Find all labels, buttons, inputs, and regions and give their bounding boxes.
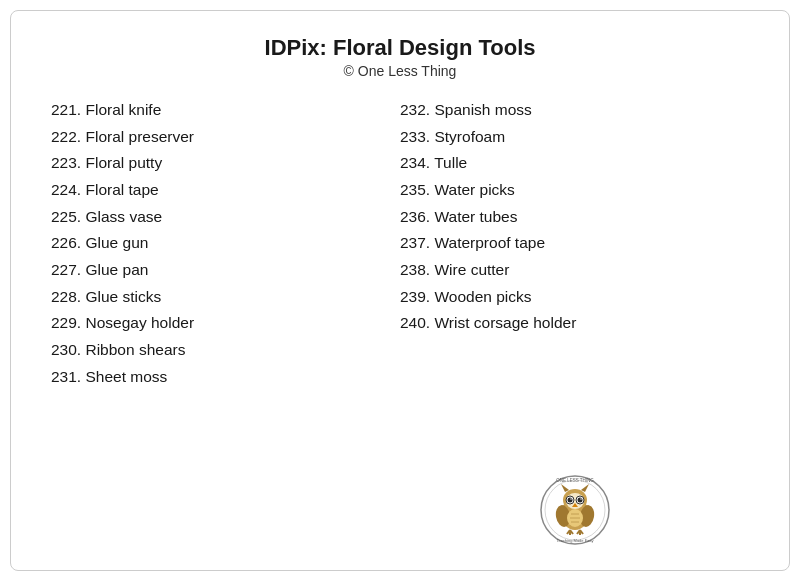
svg-point-12 — [580, 498, 581, 499]
list-item: 224. Floral tape — [51, 177, 400, 204]
svg-point-8 — [567, 498, 572, 503]
list-item: 238. Wire cutter — [400, 257, 749, 284]
list-item: 235. Water picks — [400, 177, 749, 204]
svg-point-11 — [577, 498, 582, 503]
list-item: 234. Tulle — [400, 150, 749, 177]
list-item: 221. Floral knife — [51, 97, 400, 124]
svg-point-9 — [570, 498, 571, 499]
list-item: 226. Glue gun — [51, 230, 400, 257]
list-item: 237. Waterproof tape — [400, 230, 749, 257]
page-title: IDPix: Floral Design Tools — [51, 35, 749, 61]
owl-badge-container: ONE LESS THING Teaching Made Easy — [539, 474, 611, 550]
list-item: 239. Wooden picks — [400, 284, 749, 311]
list-item: 223. Floral putty — [51, 150, 400, 177]
owl-logo: ONE LESS THING Teaching Made Easy — [539, 474, 611, 546]
list-item: 227. Glue pan — [51, 257, 400, 284]
header: IDPix: Floral Design Tools © One Less Th… — [51, 35, 749, 79]
list-item: 236. Water tubes — [400, 204, 749, 231]
list-item: 228. Glue sticks — [51, 284, 400, 311]
list-item: 230. Ribbon shears — [51, 337, 400, 364]
left-column: 221. Floral knife222. Floral preserver22… — [51, 97, 400, 550]
list-item: 232. Spanish moss — [400, 97, 749, 124]
right-column: 232. Spanish moss233. Styrofoam234. Tull… — [400, 97, 749, 550]
list-item: 240. Wrist corsage holder — [400, 310, 749, 337]
list-item: 225. Glass vase — [51, 204, 400, 231]
list-item: 222. Floral preserver — [51, 124, 400, 151]
page-subtitle: © One Less Thing — [51, 63, 749, 79]
list-item: 229. Nosegay holder — [51, 310, 400, 337]
list-item: 233. Styrofoam — [400, 124, 749, 151]
list-item: 231. Sheet moss — [51, 364, 400, 391]
svg-text:ONE LESS THING: ONE LESS THING — [556, 478, 594, 483]
svg-text:Teaching Made Easy: Teaching Made Easy — [556, 538, 593, 543]
content-area: 221. Floral knife222. Floral preserver22… — [51, 97, 749, 550]
card: IDPix: Floral Design Tools © One Less Th… — [10, 10, 790, 571]
